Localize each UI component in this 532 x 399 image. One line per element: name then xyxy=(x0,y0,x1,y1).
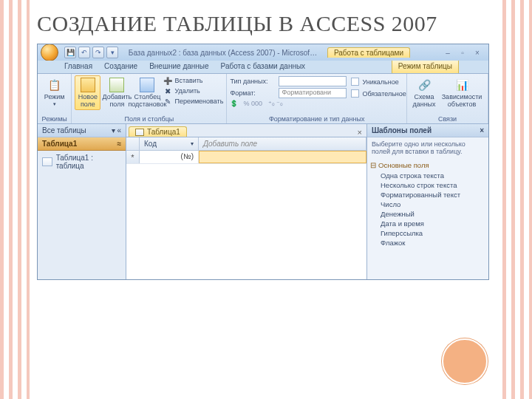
template-item[interactable]: Несколько строк текста xyxy=(370,180,485,190)
field-templates-tree: ⊟Основные поля Одна строка текста Нескол… xyxy=(367,158,488,249)
required-label: Обязательное xyxy=(362,90,406,98)
template-item[interactable]: Флажок xyxy=(370,238,485,248)
cell-id[interactable]: (№) xyxy=(140,151,199,163)
tab-create[interactable]: Создание xyxy=(98,61,143,73)
template-group-basic[interactable]: ⊟Основные поля xyxy=(370,160,485,171)
column-header-id[interactable]: Код▾ xyxy=(140,137,199,150)
group-label: Форматирование и тип данных xyxy=(230,115,403,123)
template-item[interactable]: Гиперссылка xyxy=(370,228,485,238)
ribbon: 📋 Режим ▾ Режимы Новое поле Добавить пол… xyxy=(38,74,488,124)
new-field-button[interactable]: Новое поле xyxy=(75,75,100,110)
collapse-icon: ⊟ xyxy=(370,161,376,169)
add-existing-fields-button[interactable]: Добавить поля xyxy=(103,75,131,110)
undo-icon[interactable]: ↶ xyxy=(78,47,90,58)
new-record-row[interactable]: * (№) xyxy=(126,151,366,164)
contextual-tab-header: Работа с таблицами xyxy=(327,47,410,58)
group-label: Поля и столбцы xyxy=(75,115,223,123)
quick-access-toolbar: 💾 ↶ ↷ ▾ xyxy=(64,47,118,58)
template-item[interactable]: Форматированный текст xyxy=(370,190,485,200)
lookup-column-icon xyxy=(140,78,154,92)
save-icon[interactable]: 💾 xyxy=(64,47,76,58)
datatype-label: Тип данных: xyxy=(230,78,276,85)
row-selector[interactable]: * xyxy=(126,151,140,163)
format-label: Формат: xyxy=(230,89,276,97)
ribbon-tabs: Главная Создание Внешние данные Работа с… xyxy=(38,61,488,74)
qat-customize-icon[interactable]: ▾ xyxy=(106,47,118,58)
document-tabs: Таблица1 × xyxy=(126,124,366,137)
close-button[interactable]: × xyxy=(472,49,482,57)
chevron-down-icon: ▾ « xyxy=(112,126,121,134)
object-dependencies-button[interactable]: 📊 Зависимости объектов xyxy=(440,75,483,110)
tab-home[interactable]: Главная xyxy=(58,61,98,73)
redo-icon[interactable]: ↷ xyxy=(92,47,104,58)
client-area: Все таблицы▾ « Таблица1≈ Таблица1 : табл… xyxy=(38,124,488,279)
group-views: 📋 Режим ▾ Режимы xyxy=(38,74,72,123)
group-relationships: 🔗 Схема данных 📊 Зависимости объектов Св… xyxy=(407,74,488,123)
slide-title: СОЗДАНИЕ ТАБЛИЦЫ В ACCESS 2007 xyxy=(0,0,532,44)
new-field-icon xyxy=(81,78,95,92)
group-label: Режимы xyxy=(41,115,68,123)
number-format-buttons[interactable]: % 000 xyxy=(243,100,262,107)
lookup-column-button[interactable]: Столбец подстановок xyxy=(133,75,161,110)
group-label: Связи xyxy=(410,115,485,123)
group-fields-columns: Новое поле Добавить поля Столбец подстан… xyxy=(72,74,227,123)
close-document-button[interactable]: × xyxy=(353,128,366,137)
datasheet: Код▾ Добавить поле * (№) xyxy=(126,137,366,279)
dependencies-icon: 📊 xyxy=(454,78,469,92)
nav-category[interactable]: Таблица1≈ xyxy=(38,137,126,151)
taskpane-description: Выберите одно или несколько полей для вс… xyxy=(367,137,488,158)
navigation-pane: Все таблицы▾ « Таблица1≈ Таблица1 : табл… xyxy=(38,124,126,279)
view-button[interactable]: 📋 Режим ▾ xyxy=(41,75,68,109)
datasheet-view-icon: 📋 xyxy=(47,78,62,92)
required-checkbox[interactable] xyxy=(351,89,359,98)
relationships-icon: 🔗 xyxy=(417,78,432,92)
collapse-icon: ≈ xyxy=(117,140,122,148)
add-new-field-column[interactable]: Добавить поле xyxy=(199,137,366,150)
insert-icon: ➕ xyxy=(163,76,172,85)
window-title: База данных2 : база данных (Access 2007)… xyxy=(121,49,324,57)
tab-datasheet[interactable]: Режим таблицы xyxy=(392,61,459,73)
select-all-cell[interactable] xyxy=(126,137,140,150)
maximize-button[interactable]: ▫ xyxy=(457,49,468,57)
document-tab-table1[interactable]: Таблица1 xyxy=(129,126,187,137)
template-item[interactable]: Дата и время xyxy=(370,219,485,228)
delete-button[interactable]: ✖Удалить xyxy=(163,86,223,96)
table-icon xyxy=(135,129,144,136)
template-item[interactable]: Одна строка текста xyxy=(370,171,485,180)
title-bar: 💾 ↶ ↷ ▾ База данных2 : база данных (Acce… xyxy=(38,44,488,61)
format-select[interactable]: Форматировани xyxy=(279,88,347,98)
delete-icon: ✖ xyxy=(163,86,172,95)
template-item[interactable]: Число xyxy=(370,200,485,209)
minimize-button[interactable]: – xyxy=(443,49,453,57)
taskpane-header: Шаблоны полей × xyxy=(367,124,488,137)
tab-external-data[interactable]: Внешние данные xyxy=(143,61,214,73)
active-new-field-cell[interactable] xyxy=(199,151,366,163)
close-pane-button[interactable]: × xyxy=(480,126,484,134)
decorative-circle xyxy=(442,338,488,384)
unique-checkbox[interactable] xyxy=(351,78,359,86)
table-icon xyxy=(42,157,52,166)
nav-item-table1[interactable]: Таблица1 : таблица xyxy=(38,151,126,173)
group-formatting: Тип данных: Формат:Форматировани 💲% 000⁺… xyxy=(227,74,407,123)
tab-database-tools[interactable]: Работа с базами данных xyxy=(215,61,312,73)
document-area: Таблица1 × Код▾ Добавить поле * (№) xyxy=(126,124,366,279)
nav-pane-header[interactable]: Все таблицы▾ « xyxy=(38,124,126,137)
add-fields-icon xyxy=(109,78,124,92)
rename-button[interactable]: ✎Переименовать xyxy=(163,96,223,106)
office-button[interactable] xyxy=(41,44,58,61)
rename-icon: ✎ xyxy=(163,97,172,106)
insert-button[interactable]: ➕Вставить xyxy=(163,75,223,86)
relationships-button[interactable]: 🔗 Схема данных xyxy=(410,75,438,110)
unique-label: Уникальное xyxy=(362,78,398,86)
datatype-select[interactable] xyxy=(279,76,347,86)
template-item[interactable]: Денежный xyxy=(370,209,485,219)
field-templates-pane: Шаблоны полей × Выберите одно или нескол… xyxy=(366,124,488,279)
access-window: 💾 ↶ ↷ ▾ База данных2 : база данных (Acce… xyxy=(37,44,489,280)
